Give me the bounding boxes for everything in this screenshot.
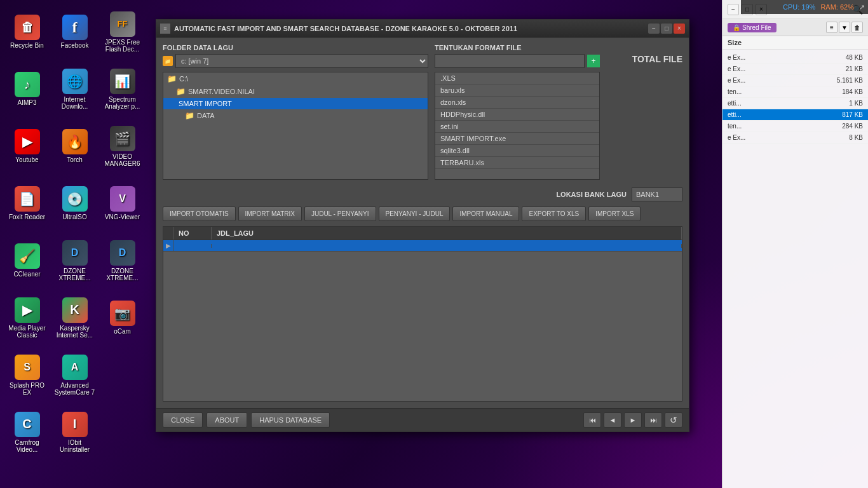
import-matrix-btn[interactable]: IMPORT MATRIX — [238, 207, 302, 221]
iobit-icon: I — [62, 412, 88, 437]
file-item-sqlite[interactable]: sqlite3.dll — [435, 145, 599, 157]
aimp-icon: ♪ — [15, 72, 40, 97]
media-prev-btn[interactable]: ◄ — [604, 412, 621, 428]
table-cell-no — [173, 244, 212, 248]
desktop-icon-videoman[interactable]: 🎬 VIDEO MANAGER6 — [98, 118, 146, 175]
right-panel-row[interactable]: ten... 184 KB — [722, 86, 868, 98]
desktop-icon-ccleaner[interactable]: 🧹 CCleaner — [3, 232, 51, 289]
format-section: TENTUKAN FORMAT FILE + .XLS baru.xls dzo… — [435, 44, 600, 180]
splash-icon: S — [15, 355, 40, 380]
import-xls-btn[interactable]: IMPORT XLS — [588, 207, 641, 221]
lokasi-row: LOKASI BANK LAGU — [163, 187, 682, 201]
right-panel-row[interactable]: e Ex... 48 KB — [722, 52, 868, 64]
right-panel-row-selected[interactable]: etti... 817 KB — [722, 109, 868, 121]
import-otomatis-btn[interactable]: IMPORT OTOMATIS — [163, 207, 236, 221]
desktop-icon-ocam[interactable]: 📷 oCam — [98, 289, 146, 346]
right-panel-row[interactable]: etti... 1 KB — [722, 98, 868, 109]
ccleaner-icon: 🧹 — [15, 243, 40, 269]
desktop-icon-mediaplayer[interactable]: ▶ Media Player Classic — [3, 289, 51, 346]
window-content: FOLDER DATA LAGU 📁 c: [win 7] 📁 C:\ — [156, 37, 689, 408]
lokasi-input[interactable] — [632, 187, 682, 201]
import-manual-btn[interactable]: IMPORT MANUAL — [452, 207, 519, 221]
file-item-smartimport[interactable]: SMART IMPORT.exe — [435, 133, 599, 145]
facebook-icon: f — [62, 15, 88, 40]
file-item-set[interactable]: set.ini — [435, 121, 599, 133]
file-item-dzon[interactable]: dzon.xls — [435, 97, 599, 109]
videoman-icon: 🎬 — [110, 126, 135, 151]
file-item-hdd[interactable]: HDDPhysic.dll — [435, 109, 599, 121]
desktop-icon-dzone1[interactable]: D DZONE XTREME... — [51, 232, 98, 289]
ocam-icon: 📷 — [110, 301, 135, 326]
folder-selector-icon: 📁 — [163, 56, 173, 66]
media-last-btn[interactable]: ⏭ — [644, 412, 662, 428]
desktop-icons-grid: 🗑 Recycle Bin f Facebook FF JPEXS Free F… — [0, 0, 153, 488]
window-close-btn[interactable]: × — [674, 24, 685, 34]
file-item-xls[interactable]: .XLS — [435, 72, 599, 85]
penyanyi-judul-btn[interactable]: PENYANYI - JUDUL — [379, 207, 451, 221]
tree-item-smart-video[interactable]: 📁 SMART.VIDEO.NILAI — [163, 85, 428, 98]
folder-section-label: FOLDER DATA LAGU — [163, 44, 428, 51]
desktop-icon-splash[interactable]: S Splash PRO EX — [3, 346, 51, 403]
right-panel: − □ × 🔍 🔒 Shred File ≡ ▼ 🗑 Size e Ex... … — [722, 0, 868, 488]
folder-dropdown[interactable]: c: [win 7] — [175, 54, 428, 68]
right-panel-minimize[interactable]: − — [728, 4, 739, 15]
vng-icon: V — [110, 186, 135, 212]
dzone2-icon: D — [110, 240, 135, 266]
export-xls-btn[interactable]: EXPORT TO XLS — [522, 207, 586, 221]
shred-icon: 🔒 — [733, 24, 740, 31]
media-first-btn[interactable]: ⏮ — [583, 412, 601, 428]
hapus-database-btn[interactable]: HAPUS DATABASE — [251, 412, 330, 428]
right-panel-row[interactable]: e Ex... 8 KB — [722, 132, 868, 144]
camfrog-icon: C — [15, 412, 40, 437]
right-panel-row[interactable]: ten... 284 KB — [722, 121, 868, 132]
right-panel-col-header: Size — [722, 36, 868, 50]
folder-icon: 📁 — [176, 87, 186, 96]
window-maximize-btn[interactable]: □ — [661, 24, 672, 34]
tree-item-c[interactable]: 📁 C:\ — [163, 72, 428, 85]
media-next-btn[interactable]: ► — [624, 412, 642, 428]
desktop-icon-facebook[interactable]: f Facebook — [51, 3, 98, 60]
bottom-controls: CLOSE ABOUT HAPUS DATABASE ⏮ ◄ ► ⏭ ↺ — [156, 408, 689, 431]
right-panel-action[interactable]: 🗑 — [851, 22, 863, 33]
desktop-icon-advanced[interactable]: A Advanced SystemCare 7 — [51, 346, 98, 403]
format-section-label: TENTUKAN FORMAT FILE — [435, 44, 600, 51]
desktop-icon-internet[interactable]: 🌐 Internet Downlo... — [51, 60, 98, 118]
desktop-icon-ultraiso[interactable]: 💿 UltraISO — [51, 175, 98, 232]
refresh-btn[interactable]: ↺ — [665, 412, 682, 428]
desktop-icon-recycle-bin[interactable]: 🗑 Recycle Bin — [3, 3, 51, 60]
window-minimize-btn[interactable]: − — [648, 24, 660, 34]
close-btn[interactable]: CLOSE — [163, 412, 203, 428]
desktop-icon-iobit[interactable]: I IObit Uninstaller — [51, 403, 98, 461]
jpex-icon: FF — [110, 11, 135, 37]
folder-tree: 📁 C:\ 📁 SMART.VIDEO.NILAI SMART IMPORT — [163, 72, 428, 180]
media-controls: ⏮ ◄ ► ⏭ ↺ — [583, 412, 682, 428]
about-btn[interactable]: ABOUT — [207, 412, 247, 428]
table-row[interactable]: ▶ — [163, 240, 682, 252]
judul-penyanyi-btn[interactable]: JUDUL - PENYANYI — [304, 207, 376, 221]
desktop-icon-aimp3[interactable]: ♪ AIMP3 — [3, 60, 51, 118]
tree-item-data[interactable]: 📁 DATA — [163, 109, 428, 122]
desktop-icon-camfrog[interactable]: C Camfrog Video... — [3, 403, 51, 461]
arrow-icon: ↗ — [859, 3, 865, 11]
shred-file-button[interactable]: 🔒 Shred File — [728, 23, 776, 32]
desktop-icon-jpex[interactable]: FF JPEXS Free Flash Dec... — [98, 3, 146, 60]
desktop-icon-spectrum[interactable]: 📊 Spectrum Analyzer p... — [98, 60, 146, 118]
right-panel-view-toggle2[interactable]: ▼ — [839, 22, 850, 33]
desktop-icon-vng[interactable]: V VNG-Viewer — [98, 175, 146, 232]
right-panel-view-toggle[interactable]: ≡ — [826, 22, 837, 33]
format-input[interactable] — [435, 54, 585, 68]
desktop-icon-youtube[interactable]: ▶ Youtube — [3, 118, 51, 175]
tree-item-smart-import[interactable]: SMART IMPORT — [163, 98, 428, 109]
right-panel-row[interactable]: e Ex... 5.161 KB — [722, 75, 868, 86]
right-panel-row[interactable]: e Ex... 21 KB — [722, 64, 868, 75]
desktop-icon-torch[interactable]: 🔥 Torch — [51, 118, 98, 175]
desktop-icon-dzone2[interactable]: D DZONE XTREME... — [98, 232, 146, 289]
file-item-terbaru[interactable]: TERBARU.xls — [435, 157, 599, 169]
desktop-icon-foxit[interactable]: 📄 Foxit Reader — [3, 175, 51, 232]
format-add-btn[interactable]: + — [587, 55, 600, 67]
row-arrow: ▶ — [163, 240, 173, 251]
desktop-icon-kaspersky[interactable]: K Kaspersky Internet Se... — [51, 289, 98, 346]
file-item-baru[interactable]: baru.xls — [435, 85, 599, 97]
spectrum-icon: 📊 — [110, 69, 135, 94]
data-table-body: ▶ — [163, 240, 682, 402]
